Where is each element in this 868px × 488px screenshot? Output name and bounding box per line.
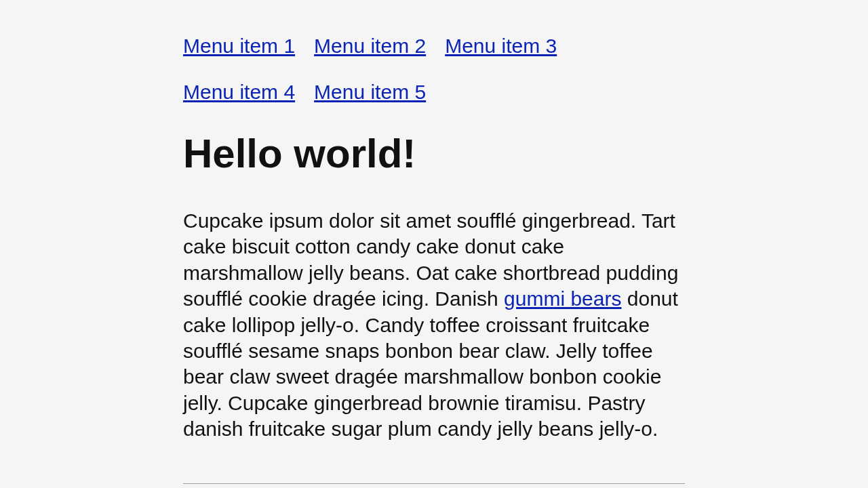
menu-item-3[interactable]: Menu item 3 bbox=[445, 34, 557, 58]
page-title: Hello world! bbox=[183, 130, 685, 177]
menu-item-5[interactable]: Menu item 5 bbox=[314, 80, 426, 104]
paragraph-text-after: donut cake lollipop jelly-o. Candy toffe… bbox=[183, 287, 678, 440]
divider bbox=[183, 483, 685, 484]
gummi-bears-link[interactable]: gummi bears bbox=[504, 287, 621, 310]
menu-item-1[interactable]: Menu item 1 bbox=[183, 34, 295, 58]
menu-item-2[interactable]: Menu item 2 bbox=[314, 34, 426, 58]
page-container: Menu item 1 Menu item 2 Menu item 3 Menu… bbox=[170, 0, 698, 484]
main-menu: Menu item 1 Menu item 2 Menu item 3 Menu… bbox=[183, 34, 685, 104]
intro-paragraph: Cupcake ipsum dolor sit amet soufflé gin… bbox=[183, 208, 685, 443]
menu-item-4[interactable]: Menu item 4 bbox=[183, 80, 295, 104]
